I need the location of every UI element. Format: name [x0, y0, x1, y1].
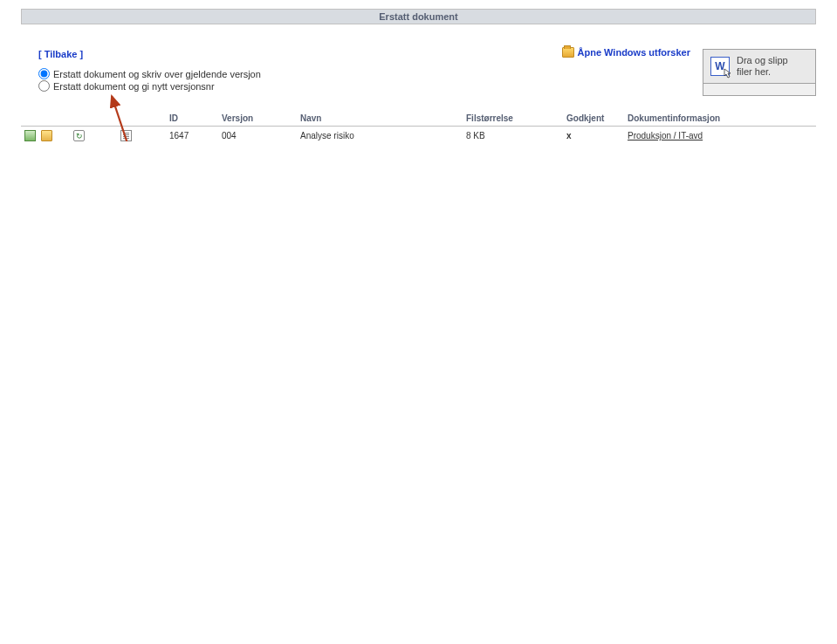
col-id: ID	[169, 113, 222, 123]
refresh-icon[interactable]	[73, 130, 85, 141]
page-title: Erstatt dokument	[21, 9, 816, 24]
word-icon: W	[710, 57, 730, 76]
cell-godkjent: x	[566, 131, 628, 140]
replace-mode-radios: Erstatt dokument og skriv over gjeldende…	[21, 68, 261, 92]
replace-newversion-label: Erstatt dokument og gi nytt versjonsnr	[53, 81, 215, 92]
replace-overwrite-option[interactable]: Erstatt dokument og skriv over gjeldende…	[38, 68, 261, 79]
cell-navn: Analyse risiko	[300, 131, 466, 140]
cell-versjon: 004	[222, 131, 300, 140]
col-godkjent: Godkjent	[566, 113, 628, 123]
replace-newversion-radio[interactable]	[38, 80, 50, 92]
replace-overwrite-label: Erstatt dokument og skriv over gjeldende…	[53, 69, 261, 79]
document-icon[interactable]	[120, 130, 132, 141]
cell-dokinfo[interactable]: Produksjon / IT-avd	[628, 131, 816, 140]
dropzone-text: Dra og slipp filer her.	[737, 55, 788, 78]
replace-newversion-option[interactable]: Erstatt dokument og gi nytt versjonsnr	[38, 80, 261, 92]
table-header: ID Versjon Navn Filstørrelse Godkjent Do…	[21, 113, 816, 127]
open-windows-explorer-label: Åpne Windows utforsker	[578, 47, 690, 58]
col-navn: Navn	[300, 113, 466, 123]
table-row: 1647 004 Analyse risiko 8 KB x Produksjo…	[21, 127, 816, 141]
col-dokinfo: Dokumentinformasjon	[628, 113, 816, 123]
dropzone-line1: Dra og slipp	[737, 55, 788, 66]
dropzone-footer	[703, 83, 815, 95]
excel-icon[interactable]	[24, 130, 36, 141]
col-filstorrelse: Filstørrelse	[466, 113, 566, 123]
folder-icon	[562, 47, 574, 58]
col-versjon: Versjon	[222, 113, 300, 123]
open-windows-explorer-link[interactable]: Åpne Windows utforsker	[562, 47, 690, 58]
file-dropzone[interactable]: W Dra og slipp filer her.	[703, 49, 816, 96]
cell-id: 1647	[169, 131, 222, 140]
back-link[interactable]: [ Tilbake ]	[21, 49, 261, 59]
folder-icon[interactable]	[41, 130, 52, 141]
replace-overwrite-radio[interactable]	[38, 68, 50, 79]
cell-filstorrelse: 8 KB	[466, 131, 566, 140]
dropzone-line2: filer her.	[737, 66, 788, 78]
